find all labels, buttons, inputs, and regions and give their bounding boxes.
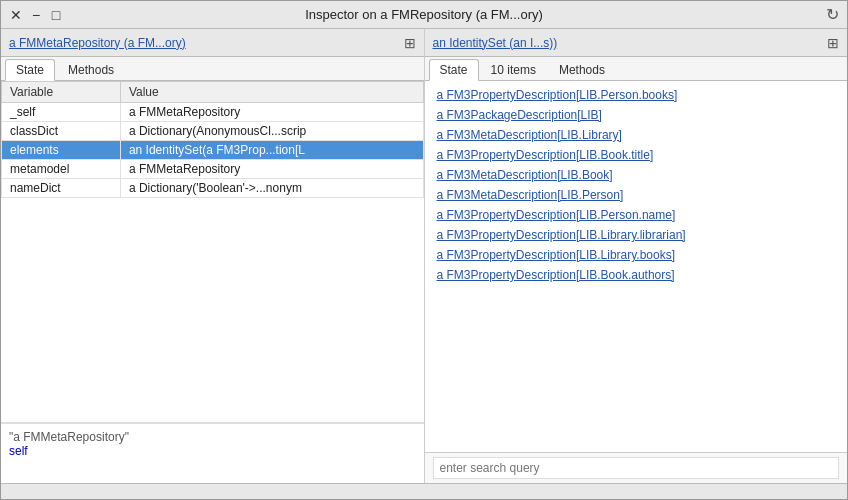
right-pane: an IdentitySet (an I...s)) ⊞ State 10 it… [425,29,848,483]
variable-cell: _self [2,103,121,122]
variable-cell: elements [2,141,121,160]
table-row[interactable]: metamodela FMMetaRepository [2,160,424,179]
left-tab-methods[interactable]: Methods [57,59,125,80]
left-pane: a FMMetaRepository (a FM...ory) ⊞ State … [1,29,425,483]
left-table-container: Variable Value _selfa FMMetaRepositorycl… [1,81,424,423]
left-pane-title[interactable]: a FMMetaRepository (a FM...ory) [9,36,186,50]
refresh-icon[interactable]: ↻ [826,5,839,24]
variable-cell: classDict [2,122,121,141]
list-item[interactable]: a FM3PropertyDescription[LIB.Book.author… [425,265,848,285]
value-cell: a FMMetaRepository [120,103,423,122]
window-title: Inspector on a FMRepository (a FM...ory) [305,7,543,22]
list-item[interactable]: a FM3MetaDescription[LIB.Person] [425,185,848,205]
minimize-button[interactable]: − [29,8,43,22]
variable-table: Variable Value _selfa FMMetaRepositorycl… [1,81,424,198]
list-item[interactable]: a FM3MetaDescription[LIB.Book] [425,165,848,185]
status-bar [1,483,847,499]
right-tab-bar: State 10 items Methods [425,57,848,81]
maximize-button[interactable]: □ [49,8,63,22]
right-list-container: a FM3PropertyDescription[LIB.Person.book… [425,81,848,452]
table-row[interactable]: _selfa FMMetaRepository [2,103,424,122]
right-pane-title[interactable]: an IdentitySet (an I...s)) [433,36,558,50]
col-value-header: Value [120,82,423,103]
main-content: a FMMetaRepository (a FM...ory) ⊞ State … [1,29,847,483]
right-tab-methods[interactable]: Methods [548,59,616,80]
main-window: ✕ − □ Inspector on a FMRepository (a FM.… [0,0,848,500]
right-export-icon[interactable]: ⊞ [827,35,839,51]
search-input[interactable] [433,457,840,479]
list-item[interactable]: a FM3PackageDescription[LIB] [425,105,848,125]
list-item[interactable]: a FM3PropertyDescription[LIB.Library.lib… [425,225,848,245]
value-cell: a FMMetaRepository [120,160,423,179]
right-tab-count: 10 items [481,60,546,80]
list-item[interactable]: a FM3PropertyDescription[LIB.Library.boo… [425,245,848,265]
value-cell: an IdentitySet(a FM3Prop...tion[L [120,141,423,160]
preview-string: "a FMMetaRepository" [9,430,416,444]
left-export-icon[interactable]: ⊞ [404,35,416,51]
list-item[interactable]: a FM3PropertyDescription[LIB.Person.name… [425,205,848,225]
value-preview: "a FMMetaRepository" self [1,423,424,483]
value-cell: a Dictionary('Boolean'->...nonym [120,179,423,198]
right-tab-state[interactable]: State [429,59,479,81]
close-button[interactable]: ✕ [9,8,23,22]
right-pane-header: an IdentitySet (an I...s)) ⊞ [425,29,848,57]
variable-cell: nameDict [2,179,121,198]
table-row[interactable]: nameDicta Dictionary('Boolean'->...nonym [2,179,424,198]
value-cell: a Dictionary(AnonymousCl...scrip [120,122,423,141]
variable-cell: metamodel [2,160,121,179]
list-item[interactable]: a FM3PropertyDescription[LIB.Book.title] [425,145,848,165]
left-tab-bar: State Methods [1,57,424,81]
title-bar: ✕ − □ Inspector on a FMRepository (a FM.… [1,1,847,29]
table-row[interactable]: classDicta Dictionary(AnonymousCl...scri… [2,122,424,141]
table-row[interactable]: elementsan IdentitySet(a FM3Prop...tion[… [2,141,424,160]
left-pane-header: a FMMetaRepository (a FM...ory) ⊞ [1,29,424,57]
window-controls: ✕ − □ [9,8,63,22]
list-item[interactable]: a FM3PropertyDescription[LIB.Person.book… [425,85,848,105]
search-bar [425,452,848,483]
left-tab-state[interactable]: State [5,59,55,81]
preview-keyword: self [9,444,416,458]
col-variable-header: Variable [2,82,121,103]
list-item[interactable]: a FM3MetaDescription[LIB.Library] [425,125,848,145]
